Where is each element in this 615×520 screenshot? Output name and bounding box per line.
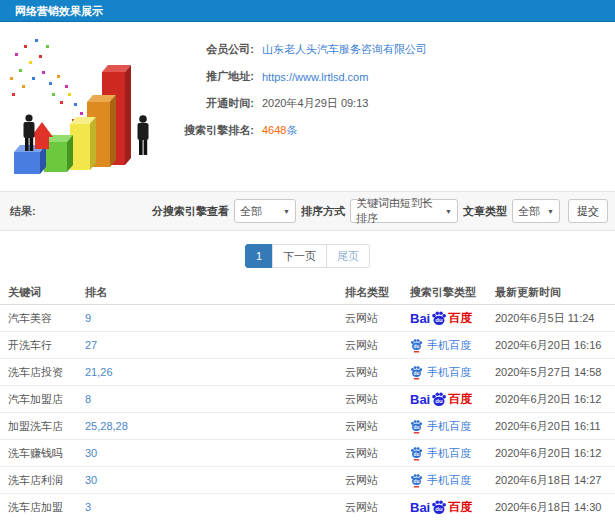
rank-type-cell: 云网站 (345, 446, 410, 461)
result-label: 结果: (10, 204, 36, 219)
page-title: 网络营销效果展示 (0, 0, 615, 22)
mobile-baidu-logo: du 手机百度 (410, 473, 471, 488)
rank-link[interactable]: 3 (85, 501, 345, 513)
promo-url-link[interactable]: https://www.lrtlsd.com (262, 71, 368, 83)
baidu-paw-icon: du (431, 310, 447, 326)
table-row: 洗车赚钱吗 30 云网站 du 手机百度 2020年6月20日 16:12 (0, 440, 615, 467)
rank-count-value: 4648条 (262, 123, 297, 138)
info-row-rank-count: 搜索引擎排名: 4648条 (162, 117, 427, 144)
keyword-rank-table: 关键词 排名 排名类型 搜索引擎类型 最新更新时间 汽车美容 9 云网站 Bai… (0, 280, 615, 520)
info-row-open-time: 开通时间: 2020年4月29日 09:13 (162, 90, 427, 117)
update-time-cell: 2020年6月20日 16:16 (495, 338, 615, 353)
mobile-baidu-logo: du 手机百度 (410, 446, 471, 461)
rank-type-cell: 云网站 (345, 392, 410, 407)
mobile-baidu-label: 手机百度 (427, 446, 471, 461)
mobile-baidu-paw-icon: du (410, 446, 423, 461)
rank-link[interactable]: 25,28,28 (85, 420, 345, 432)
filter-bar: 结果: 分搜索引擎查看 全部 ▼ 排序方式 关键词由短到长排序 ▼ 文章类型 全… (0, 191, 615, 231)
info-row-url: 推广地址: https://www.lrtlsd.com (162, 63, 427, 90)
mobile-baidu-label: 手机百度 (427, 419, 471, 434)
rank-type-cell: 云网站 (345, 311, 410, 326)
rank-link[interactable]: 30 (85, 447, 345, 459)
mobile-baidu-paw-icon: du (410, 473, 423, 488)
confetti-dots (10, 39, 83, 122)
engine-cell: du 手机百度 (410, 473, 495, 488)
engine-cell: du 手机百度 (410, 338, 495, 353)
rank-link[interactable]: 30 (85, 474, 345, 486)
rank-link[interactable]: 21,26 (85, 366, 345, 378)
info-row-company: 会员公司: 山东老人头汽车服务咨询有限公司 (162, 36, 427, 63)
rank-link[interactable]: 27 (85, 339, 345, 351)
article-type-select[interactable]: 全部 ▼ (512, 199, 560, 223)
update-time-cell: 2020年6月20日 16:11 (495, 419, 615, 434)
update-time-cell: 2020年5月27日 14:58 (495, 365, 615, 380)
header-rank: 排名 (85, 285, 345, 300)
header-engine-type: 搜索引擎类型 (410, 285, 495, 300)
submit-button[interactable]: 提交 (568, 199, 608, 223)
baidu-logo-cn-text: 百度 (448, 391, 472, 408)
rank-count-suffix: 条 (286, 124, 297, 136)
open-time-value: 2020年4月29日 09:13 (262, 96, 368, 111)
baidu-logo-bai-text: Bai (410, 311, 430, 326)
engine-select[interactable]: 全部 ▼ (234, 199, 296, 223)
svg-text:du: du (414, 478, 420, 483)
update-time-cell: 2020年6月18日 14:30 (495, 500, 615, 515)
baidu-paw-icon: du (431, 391, 447, 407)
chevron-down-icon: ▼ (445, 208, 452, 215)
engine-cell: Bai du 百度 (410, 499, 495, 516)
update-time-cell: 2020年6月5日 11:24 (495, 311, 615, 326)
engine-cell: Bai du 百度 (410, 391, 495, 408)
update-time-cell: 2020年6月20日 16:12 (495, 392, 615, 407)
chevron-down-icon: ▼ (283, 208, 290, 215)
keyword-cell: 汽车美容 (0, 311, 85, 326)
keyword-cell: 开洗车行 (0, 338, 85, 353)
bar-yellow (70, 117, 96, 170)
baidu-paw-icon: du (431, 499, 447, 515)
keyword-cell: 加盟洗车店 (0, 419, 85, 434)
engine-cell: du 手机百度 (410, 446, 495, 461)
sort-select[interactable]: 关键词由短到长排序 ▼ (350, 199, 458, 223)
bar-chart-illustration (2, 27, 180, 187)
baidu-logo-cn-text: 百度 (448, 310, 472, 327)
page-1-button[interactable]: 1 (245, 244, 273, 268)
mobile-baidu-label: 手机百度 (427, 365, 471, 380)
header-keyword: 关键词 (0, 285, 85, 300)
rank-link[interactable]: 9 (85, 312, 345, 324)
baidu-logo-bai-text: Bai (410, 500, 430, 515)
mobile-baidu-paw-icon: du (410, 419, 423, 434)
engine-cell: du 手机百度 (410, 419, 495, 434)
next-page-button[interactable]: 下一页 (272, 244, 327, 268)
open-time-label: 开通时间: (162, 96, 254, 111)
mobile-baidu-logo: du 手机百度 (410, 365, 471, 380)
baidu-logo: Bai du 百度 (410, 310, 472, 327)
table-header-row: 关键词 排名 排名类型 搜索引擎类型 最新更新时间 (0, 280, 615, 305)
engine-cell: du 手机百度 (410, 365, 495, 380)
keyword-cell: 洗车赚钱吗 (0, 446, 85, 461)
baidu-logo: Bai du 百度 (410, 391, 472, 408)
promo-url-label: 推广地址: (162, 69, 254, 84)
svg-text:du: du (436, 317, 444, 323)
pagination-wrap: 1 下一页 尾页 (0, 244, 615, 268)
rank-link[interactable]: 8 (85, 393, 345, 405)
baidu-logo-bai-text: Bai (410, 392, 430, 407)
article-type-label: 文章类型 (463, 204, 507, 219)
filter-controls: 分搜索引擎查看 全部 ▼ 排序方式 关键词由短到长排序 ▼ 文章类型 全部 ▼ … (147, 199, 608, 223)
header-rank-type: 排名类型 (345, 285, 410, 300)
keyword-cell: 洗车店利润 (0, 473, 85, 488)
table-row: 开洗车行 27 云网站 du 手机百度 2020年6月20日 16:16 (0, 332, 615, 359)
last-page-button[interactable]: 尾页 (326, 244, 370, 268)
company-label: 会员公司: (162, 42, 254, 57)
mobile-baidu-logo: du 手机百度 (410, 338, 471, 353)
table-row: 汽车美容 9 云网站 Bai du 百度 2020年6月5日 11:24 (0, 305, 615, 332)
info-section: 会员公司: 山东老人头汽车服务咨询有限公司 推广地址: https://www.… (0, 22, 615, 191)
engine-select-value: 全部 (240, 204, 262, 219)
engine-cell: Bai du 百度 (410, 310, 495, 327)
table-row: 洗车店加盟 3 云网站 Bai du 百度 2020年6月18日 14:30 (0, 494, 615, 520)
svg-text:du: du (436, 398, 444, 404)
mobile-baidu-logo: du 手机百度 (410, 419, 471, 434)
company-name-link[interactable]: 山东老人头汽车服务咨询有限公司 (262, 42, 427, 57)
svg-text:du: du (414, 451, 420, 456)
table-row: 汽车加盟店 8 云网站 Bai du 百度 2020年6月20日 16:12 (0, 386, 615, 413)
keyword-cell: 洗车店加盟 (0, 500, 85, 515)
svg-text:du: du (414, 424, 420, 429)
